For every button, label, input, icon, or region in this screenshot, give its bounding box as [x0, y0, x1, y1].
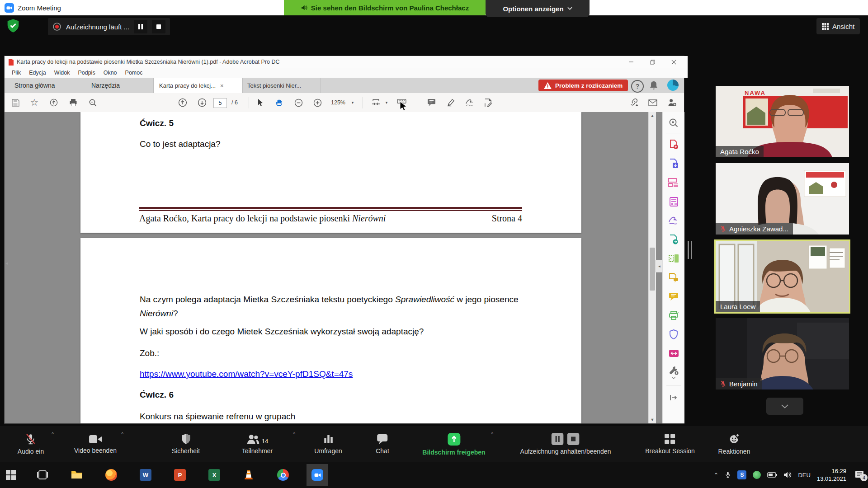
audio-button[interactable]: Audio ein [18, 426, 44, 462]
share-options-chevron[interactable]: ⌃ [490, 432, 494, 437]
panel-resize-handle[interactable] [688, 241, 692, 259]
create-pdf-tool-icon[interactable] [663, 136, 684, 154]
acrobat-minimize-button[interactable] [622, 56, 640, 68]
participants-options-chevron[interactable]: ⌃ [292, 432, 296, 437]
comment-tool-icon[interactable] [425, 93, 438, 112]
open-tools-panel-icon[interactable] [663, 389, 684, 407]
participant-tile-benjamin[interactable]: Benjamin [716, 318, 849, 389]
chat-button[interactable]: Chat [376, 426, 389, 462]
zoom-level-value[interactable]: 125% [328, 93, 348, 112]
participant-tile-agata[interactable]: NAWA Agata Roćko [716, 86, 849, 157]
edit-pdf-tool-icon[interactable] [482, 93, 495, 112]
account-avatar[interactable] [667, 80, 679, 91]
polls-button[interactable]: Umfragen [314, 426, 342, 462]
zoom-taskbar-icon[interactable] [307, 464, 328, 486]
tray-speaker-icon[interactable] [783, 471, 792, 479]
more-participants-button[interactable] [766, 398, 803, 415]
video-button[interactable]: Video beenden [74, 426, 117, 462]
fill-and-sign-tool-icon[interactable] [663, 211, 684, 230]
show-options-button[interactable]: Optionen anzeigen [486, 0, 590, 17]
prepare-form-tool-icon[interactable] [663, 192, 684, 211]
tab-document-active[interactable]: Karta pracy do lekcj... × [153, 78, 243, 93]
export-pdf-tool-icon[interactable] [663, 155, 684, 173]
organize-pages-tool-icon[interactable] [663, 174, 684, 192]
task-view-button[interactable] [32, 464, 53, 486]
view-button[interactable]: Ansicht [816, 18, 860, 34]
scroll-down-icon[interactable]: ▼ [649, 416, 656, 423]
previous-page-icon[interactable] [176, 93, 189, 112]
stop-recording-icon[interactable] [567, 433, 580, 445]
video-options-chevron[interactable]: ⌃ [120, 432, 124, 437]
word-icon[interactable]: W [135, 464, 156, 486]
notification-center-button[interactable]: 4 [854, 470, 864, 479]
tab-home[interactable]: Strona główna [8, 78, 61, 93]
menu-pomoc[interactable]: Pomoc [122, 69, 146, 77]
stop-recording-button[interactable] [152, 20, 165, 33]
zoom-in-icon[interactable] [311, 93, 324, 112]
tab-close-icon[interactable]: × [220, 82, 224, 89]
tray-vpn-icon[interactable] [753, 471, 761, 479]
next-page-icon[interactable] [196, 93, 208, 112]
language-indicator[interactable]: DEU [798, 472, 810, 479]
participant-tile-laura-active-speaker[interactable]: Laura Loew [716, 241, 849, 312]
file-explorer-icon[interactable] [66, 464, 88, 486]
help-icon[interactable]: ? [631, 80, 644, 93]
fit-dropdown-icon[interactable]: ▾ [383, 93, 390, 112]
tab-tools[interactable]: Narzędzia [85, 78, 126, 93]
powerpoint-icon[interactable]: P [169, 464, 191, 486]
zoom-out-icon[interactable] [292, 93, 305, 112]
excel-icon[interactable]: X [203, 464, 225, 486]
print-icon[interactable] [67, 93, 80, 112]
share-upload-icon[interactable] [47, 93, 60, 112]
tray-battery-icon[interactable] [767, 472, 777, 478]
clock[interactable]: 16:29 13.01.2021 [817, 467, 846, 483]
breakout-session-button[interactable]: Breakout Session [645, 426, 695, 462]
print-production-tool-icon[interactable] [663, 306, 684, 324]
security-button[interactable]: Sicherheit [172, 426, 200, 462]
menu-widok[interactable]: Widok [51, 69, 74, 77]
firefox-icon[interactable] [100, 464, 122, 486]
select-tool-icon[interactable] [254, 93, 267, 112]
pause-recording-icon[interactable] [552, 433, 564, 445]
hand-tool-icon[interactable] [273, 93, 286, 112]
menu-podpis[interactable]: Podpis [74, 69, 99, 77]
participant-tile-agnieszka[interactable]: Agnieszka Zawad... [716, 163, 849, 235]
menu-edycja[interactable]: Edycja [25, 69, 50, 77]
search-icon[interactable] [86, 93, 99, 112]
fit-width-icon[interactable] [369, 93, 382, 112]
tab-document-2[interactable]: Tekst piosenki Nier... [242, 78, 321, 93]
scroll-up-icon[interactable]: ▲ [649, 112, 656, 119]
fill-sign-tool-icon[interactable] [463, 93, 476, 112]
search-tools-icon[interactable] [663, 114, 684, 132]
save-icon[interactable] [9, 93, 22, 112]
comment-stamp-tool-icon[interactable] [663, 287, 684, 305]
youtube-link[interactable]: https://www.youtube.com/watch?v=vceY-pfD… [140, 369, 353, 379]
protect-tool-icon[interactable] [663, 325, 684, 343]
scrollbar-thumb[interactable] [650, 248, 655, 291]
tray-expand-chevron[interactable]: ⌃ [714, 472, 719, 479]
compress-pdf-tool-icon[interactable] [663, 344, 684, 362]
acrobat-close-button[interactable] [665, 56, 683, 68]
shared-link-icon[interactable] [627, 93, 640, 112]
audio-options-chevron[interactable]: ⌃ [51, 432, 55, 437]
participants-button[interactable]: 14 Teilnehmer [242, 426, 273, 462]
menu-plik[interactable]: Plik [8, 69, 24, 77]
reactions-button[interactable]: Reaktionen [718, 426, 750, 462]
tray-mic-icon[interactable] [725, 470, 731, 479]
pause-recording-button[interactable] [134, 20, 147, 33]
email-icon[interactable] [646, 93, 659, 112]
tray-skype-icon[interactable]: S [737, 470, 746, 479]
zoom-dropdown-icon[interactable]: ▾ [349, 93, 356, 112]
send-for-comments-tool-icon[interactable] [663, 230, 684, 249]
share-screen-button[interactable]: Bildschirm freigeben [422, 426, 485, 462]
start-button[interactable] [0, 464, 22, 486]
request-signatures-tool-icon[interactable] [663, 268, 684, 286]
invite-person-icon[interactable] [665, 93, 678, 112]
notifications-bell-icon[interactable] [649, 80, 658, 90]
chrome-icon[interactable] [272, 464, 294, 486]
page-number-input[interactable]: 5 [213, 98, 227, 108]
billing-problem-button[interactable]: Problem z rozliczaniem [538, 80, 628, 91]
menu-okno[interactable]: Okno [100, 69, 121, 77]
left-panel-toggle-icon[interactable]: ◂ [5, 260, 8, 266]
highlighter-tool-icon[interactable] [444, 93, 457, 112]
